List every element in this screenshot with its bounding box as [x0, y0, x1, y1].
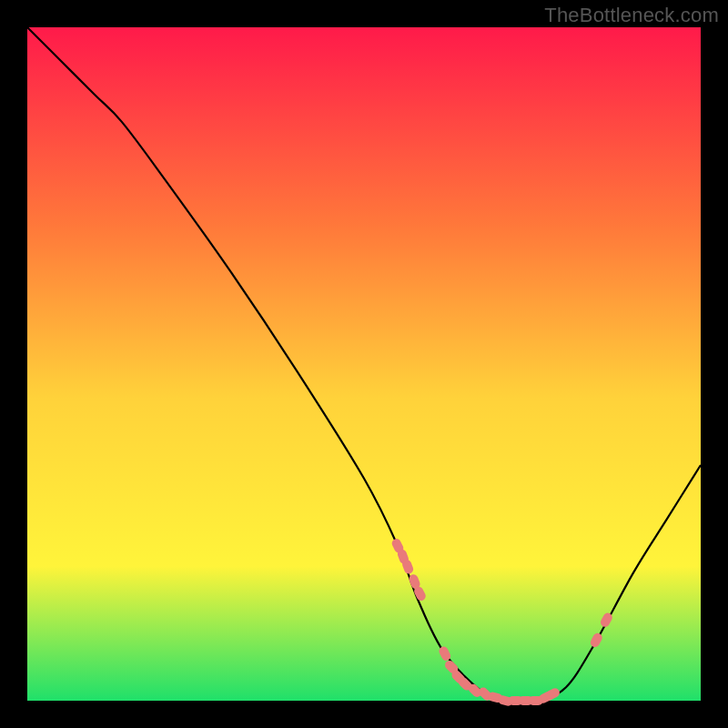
bottleneck-plot [0, 0, 728, 728]
watermark-text: TheBottleneck.com [544, 4, 719, 27]
chart-container: TheBottleneck.com [0, 0, 728, 728]
plot-background [27, 27, 701, 701]
